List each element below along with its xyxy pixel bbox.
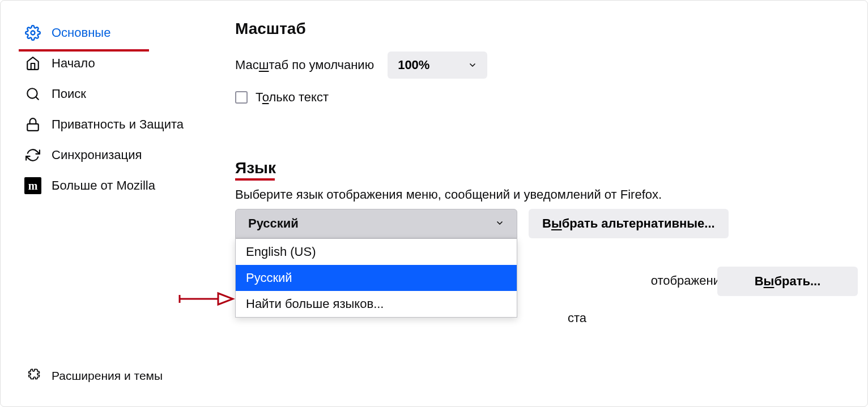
sidebar-extensions-label: Расширения и темы — [52, 369, 163, 383]
sidebar: Основные Начало Поиск Приватность и Защи… — [1, 1, 216, 406]
svg-rect-3 — [27, 124, 39, 131]
language-description: Выберите язык отображения меню, сообщени… — [235, 187, 858, 202]
sidebar-item-mozilla[interactable]: m Больше от Mozilla — [1, 170, 216, 201]
language-option-russian[interactable]: Русский — [236, 265, 517, 291]
sidebar-item-extensions[interactable]: Расширения и темы — [1, 367, 216, 384]
language-option-english[interactable]: English (US) — [236, 239, 517, 265]
sidebar-item-sync[interactable]: Синхронизация — [1, 140, 216, 170]
sidebar-item-label: Поиск — [52, 87, 86, 101]
sync-icon — [24, 147, 41, 164]
annotation-underline — [235, 178, 275, 181]
default-zoom-row: Масштаб по умолчанию 100% — [235, 52, 858, 79]
text-only-checkbox[interactable] — [235, 91, 248, 104]
sidebar-item-privacy[interactable]: Приватность и Защита — [1, 109, 216, 140]
language-select[interactable]: Русский — [235, 209, 517, 238]
sidebar-item-label: Приватность и Защита — [52, 117, 184, 132]
svg-marker-6 — [218, 293, 233, 305]
language-dropdown: English (US) Русский Найти больше языков… — [235, 238, 517, 318]
language-selected: Русский — [248, 216, 299, 231]
default-zoom-label: Масштаб по умолчанию — [235, 58, 374, 72]
sidebar-item-label: Синхронизация — [52, 148, 142, 162]
chevron-down-icon — [495, 216, 504, 231]
set-alternatives-button[interactable]: Выбрать альтернативные... — [529, 209, 729, 238]
language-option-more[interactable]: Найти больше языков... — [236, 291, 517, 317]
language-title: Язык — [235, 159, 858, 177]
zoom-value: 100% — [398, 58, 429, 72]
sidebar-item-home[interactable]: Начало — [1, 48, 216, 79]
svg-line-2 — [36, 97, 39, 100]
home-icon — [24, 55, 41, 72]
sidebar-item-label: Начало — [52, 56, 95, 71]
text-only-zoom-row[interactable]: Только текст — [235, 90, 858, 105]
puzzle-icon — [28, 367, 41, 384]
text-only-label: Только текст — [256, 90, 329, 105]
svg-point-0 — [31, 31, 35, 35]
sidebar-item-label: Основные — [52, 25, 110, 40]
mozilla-icon: m — [24, 177, 41, 194]
choose-languages-button[interactable]: Выбрать... — [717, 267, 858, 296]
chevron-down-icon — [468, 61, 477, 70]
annotation-arrow-icon — [178, 290, 235, 311]
lock-icon — [24, 116, 41, 133]
language-section: Язык Выберите язык отображения меню, соо… — [235, 159, 858, 238]
sidebar-item-general[interactable]: Основные — [1, 18, 216, 48]
main-content: Масштаб Масштаб по умолчанию 100% Только… — [235, 20, 858, 238]
sidebar-item-label: Больше от Mozilla — [52, 178, 155, 193]
annotation-underline — [19, 49, 149, 52]
zoom-title: Масштаб — [235, 20, 858, 38]
sidebar-item-search[interactable]: Поиск — [1, 79, 216, 109]
search-icon — [24, 85, 41, 102]
gear-icon — [24, 24, 41, 41]
default-zoom-select[interactable]: 100% — [388, 52, 487, 79]
